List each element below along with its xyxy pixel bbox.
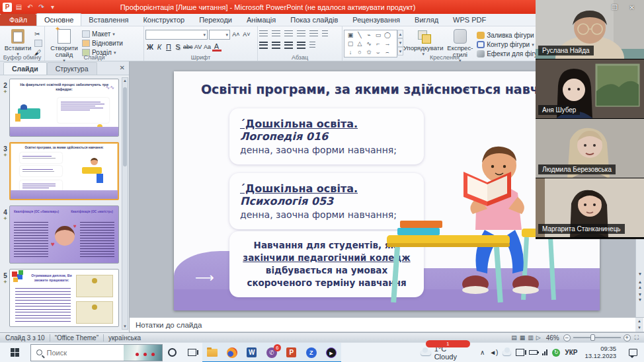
media-player-button[interactable]: ▶ xyxy=(321,343,341,362)
align-right-icon[interactable] xyxy=(284,42,293,49)
reading-view-icon[interactable]: ▥ xyxy=(528,334,534,341)
shrink-font-button[interactable]: A˅ xyxy=(242,30,251,40)
italic-button[interactable]: К xyxy=(155,42,164,52)
slide-sorter-icon[interactable]: ▦ xyxy=(520,334,526,341)
bold-button[interactable]: Ж xyxy=(145,42,155,52)
cut-button[interactable]: ✂ xyxy=(34,30,42,38)
copy-button[interactable] xyxy=(34,39,42,48)
next-slide-icon[interactable]: ▼ xyxy=(636,292,644,297)
tab-file[interactable]: Файл xyxy=(0,14,36,26)
video-close-icon[interactable]: ✕ xyxy=(629,4,635,11)
notes-pane[interactable]: Нотатки до слайда xyxy=(130,317,644,332)
wifi-icon[interactable] xyxy=(542,349,547,355)
search-input[interactable] xyxy=(47,349,120,357)
start-button[interactable] xyxy=(0,343,30,362)
slides-panel-scrollbar[interactable]: ▲ ▼ xyxy=(122,77,128,330)
slide-thumbnail-3-selected[interactable]: Освітні програми, за якими здійснюється … xyxy=(9,142,119,200)
normal-view-icon[interactable]: ▤ xyxy=(511,334,517,341)
justify-icon[interactable] xyxy=(297,42,305,49)
fit-to-window-button[interactable]: ⛶ xyxy=(635,334,639,342)
slide-thumbnail-5[interactable]: Отримавши диплом, Ви зможете працювати: xyxy=(9,269,119,327)
tab-design[interactable]: Конструктор xyxy=(136,14,192,26)
windows-logo-icon xyxy=(11,348,20,357)
font-name-select[interactable]: ▾ xyxy=(145,30,208,40)
firefox-button[interactable] xyxy=(222,343,242,362)
tab-view[interactable]: Вигляд xyxy=(407,14,446,26)
zoom-in-button[interactable]: + xyxy=(624,334,631,342)
display-icon[interactable] xyxy=(516,349,524,356)
zoom-out-button[interactable]: − xyxy=(563,334,571,342)
tab-outline[interactable]: Структура xyxy=(47,62,97,75)
video-call-panel[interactable]: ❐ ✕ Руслана Найда Аня Шубер xyxy=(536,0,644,239)
grow-font-button[interactable]: A˄ xyxy=(231,30,241,40)
video-tile-3[interactable]: Людмила Березовська xyxy=(536,119,644,178)
battery-icon[interactable] xyxy=(529,350,538,355)
tab-transitions[interactable]: Переходи xyxy=(192,14,239,26)
zoom-slider[interactable] xyxy=(573,337,621,338)
tab-slides-thumbnails[interactable]: Слайди xyxy=(3,62,47,75)
numbering-icon[interactable] xyxy=(272,30,280,38)
tab-home[interactable]: Основне xyxy=(36,13,81,26)
slides-panel-tabs: Слайди Структура ✕ xyxy=(0,61,129,75)
shapes-gallery[interactable]: ▣╲⌁▭◯▢ △∿⌐→↓○ ✩⌣⌢{}★ xyxy=(344,30,397,57)
notification-center-icon[interactable] xyxy=(629,349,637,356)
font-size-select[interactable]: ▾ xyxy=(209,30,230,40)
video-tile-2[interactable]: Аня Шубер xyxy=(536,59,644,119)
tab-review[interactable]: Рецензування xyxy=(345,14,407,26)
layout-button[interactable]: Макет▾ xyxy=(82,30,123,38)
tray-chevron-icon[interactable]: ∧ xyxy=(480,349,485,356)
bullets-icon[interactable] xyxy=(259,30,268,38)
tab-insert[interactable]: Вставлення xyxy=(81,14,136,26)
task-view-button[interactable] xyxy=(182,343,202,362)
cortana-button[interactable] xyxy=(163,343,182,362)
slide-thumbnail-4[interactable]: Кваліфікація (ОС «бакалавр») Кваліфікаці… xyxy=(9,205,119,264)
align-center-icon[interactable] xyxy=(272,42,280,49)
video-tile-1[interactable]: ❐ ✕ Руслана Найда xyxy=(536,0,644,59)
slideshow-icon[interactable]: ▷ xyxy=(536,334,541,341)
theme-name[interactable]: “Office Theme” xyxy=(55,334,99,342)
tab-slideshow[interactable]: Показ слайдів xyxy=(283,14,345,26)
participant-name: Маргарита Станканинець xyxy=(538,224,625,234)
reset-button[interactable]: Відновити xyxy=(82,39,123,48)
viber-button[interactable]: ✆6 xyxy=(262,343,282,362)
columns-icon[interactable] xyxy=(309,42,315,49)
text-shadow-button[interactable]: S xyxy=(173,42,182,52)
taskbar-search[interactable] xyxy=(30,344,163,361)
shapes-scroll[interactable]: ▲▼▼ xyxy=(397,30,403,55)
volume-icon[interactable]: ◄) xyxy=(489,349,498,356)
text-direction-icon[interactable] xyxy=(322,30,328,38)
decrease-indent-icon[interactable] xyxy=(284,30,293,38)
paste-button[interactable]: Вставити ▾ xyxy=(1,28,34,56)
language-indicator[interactable]: українська xyxy=(108,334,141,342)
slide-thumbnail-2[interactable]: На факультеті освітній процес забезпечую… xyxy=(9,79,119,137)
video-tile-4[interactable]: Маргарита Станканинець xyxy=(536,178,644,238)
video-restore-icon[interactable]: ❐ xyxy=(612,4,618,11)
word-button[interactable]: W xyxy=(242,343,262,362)
slides-panel-close-icon[interactable]: ✕ xyxy=(120,64,125,71)
font-color-button[interactable]: A xyxy=(212,43,221,52)
notes-scrollbar[interactable]: ▲▼ xyxy=(635,318,643,332)
line-spacing-icon[interactable] xyxy=(309,30,318,38)
arrange-button[interactable]: Упорядкувати ▾ xyxy=(403,28,444,56)
powerpoint-button[interactable]: P xyxy=(282,343,302,362)
change-case-button[interactable]: Aa xyxy=(203,42,212,52)
previous-slide-icon[interactable]: ▲ xyxy=(636,279,644,285)
onedrive-icon[interactable] xyxy=(503,350,511,355)
align-left-icon[interactable] xyxy=(259,42,268,49)
firefox-icon xyxy=(227,347,237,358)
weather-widget[interactable]: 1 1°C Cloudy xyxy=(421,345,471,361)
character-spacing-button[interactable]: AV xyxy=(194,42,203,52)
file-explorer-button[interactable] xyxy=(202,343,222,362)
cortana-icon xyxy=(168,348,177,357)
zoom-app-button[interactable]: Z xyxy=(302,343,321,362)
strikethrough-button[interactable]: abc xyxy=(182,42,194,52)
underline-button[interactable]: П xyxy=(164,42,173,52)
taskbar-clock[interactable]: 09:3513.12.2023 xyxy=(584,345,616,360)
tab-animations[interactable]: Анімація xyxy=(239,14,283,26)
thumb-2-number: 2✦ xyxy=(2,82,9,94)
increase-indent-icon[interactable] xyxy=(297,30,305,38)
language-switcher[interactable]: УКР xyxy=(565,349,577,356)
scroll-down-icon[interactable]: ▼ xyxy=(636,272,644,277)
tab-wps-pdf[interactable]: WPS PDF xyxy=(446,14,493,26)
antivirus-icon[interactable]: ↻ xyxy=(552,349,560,357)
